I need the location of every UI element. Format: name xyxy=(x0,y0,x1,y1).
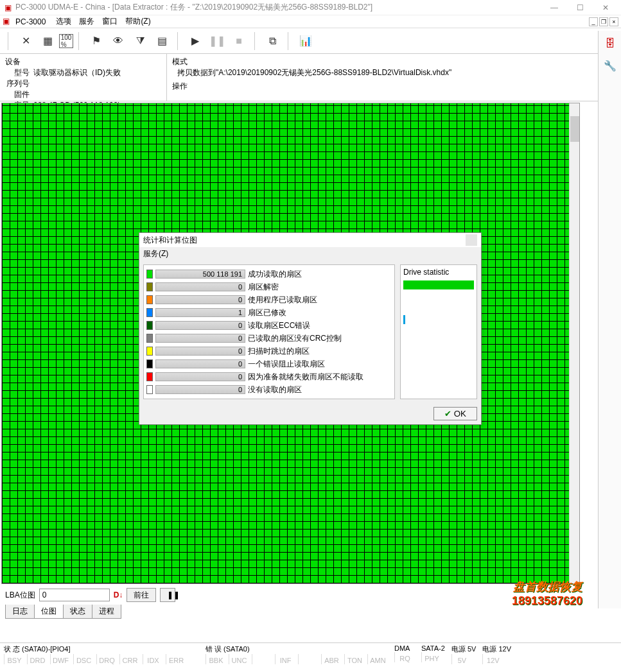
status-flag: 5V xyxy=(451,654,472,664)
stat-swatch xyxy=(146,308,153,317)
stat-label: 一个错误阻止读取扇区 xyxy=(248,359,325,370)
menu-help[interactable]: 帮助(Z) xyxy=(121,16,154,27)
tool-stop-icon[interactable]: ■ xyxy=(229,31,249,51)
dialog-menu-service[interactable]: 服务(Z) xyxy=(143,249,168,258)
mdi-minimize[interactable]: _ xyxy=(589,17,598,26)
stat-value: 0 xyxy=(155,321,245,330)
stat-label: 扇区已修改 xyxy=(248,307,286,318)
status-group6-header: 电源 12V xyxy=(482,644,511,654)
stat-swatch xyxy=(146,359,153,368)
app-icon-small: ▣ xyxy=(3,17,13,27)
drive-stat-label: Drive statistic xyxy=(403,268,474,277)
mdi-close[interactable]: × xyxy=(609,17,618,26)
device-header: 设备 xyxy=(5,56,161,67)
stat-value: 0 xyxy=(155,372,245,381)
lba-label: LBA位图 xyxy=(5,590,35,601)
status-flag: UNC xyxy=(229,654,249,664)
dialog-title: 统计和计算位图 xyxy=(143,235,197,246)
tool-chart-icon[interactable]: 📊 xyxy=(295,31,316,51)
drive-stat-bar-blue xyxy=(403,315,405,324)
tool-settings-icon[interactable]: ✕ xyxy=(15,31,36,51)
bottom-controls: LBA位图 D↓ 前往 ❚❚ xyxy=(0,585,581,605)
stats-dialog: 统计和计算位图 服务(Z) 500 118 191 成功读取的扇区 0 扇区解密… xyxy=(139,232,482,425)
close-button[interactable]: ✕ xyxy=(593,1,618,15)
firmware-label: 固件 xyxy=(5,89,30,100)
toolbar: ✕ ▦ 100% ⚑ 👁 ⧩ ▤ ▶ ❚❚ ■ ⧉ 📊 xyxy=(0,28,621,54)
stat-swatch xyxy=(146,334,153,343)
status-group2-header: 错 误 (SATA0) xyxy=(206,644,388,654)
lba-marker-icon[interactable]: D↓ xyxy=(114,590,123,599)
tab-log[interactable]: 日志 xyxy=(5,605,35,619)
model-label: 型号 xyxy=(5,67,30,78)
pause-button[interactable]: ❚❚ xyxy=(160,588,175,602)
stat-label: 扇区解密 xyxy=(248,282,279,293)
stat-swatch xyxy=(146,295,153,304)
stat-label: 成功读取的扇区 xyxy=(248,269,302,280)
tool-percent-icon[interactable]: 100% xyxy=(59,34,73,48)
op-header: 操作 xyxy=(172,81,616,92)
stat-swatch xyxy=(146,347,153,356)
stats-list: 500 118 191 成功读取的扇区 0 扇区解密 0 使用程序已读取扇区 1… xyxy=(143,264,395,399)
minimize-button[interactable]: — xyxy=(541,1,567,15)
tab-process[interactable]: 进程 xyxy=(92,605,121,619)
status-bar: 状 态 (SATA0)-[PIO4] BSYDRDDWFDSCDRQCRRIDX… xyxy=(0,642,621,672)
menu-window[interactable]: 窗口 xyxy=(98,16,121,27)
tool-calc-icon[interactable]: ▤ xyxy=(152,31,172,51)
status-group4-header: SATA-2 xyxy=(421,644,445,652)
stat-row: 0 扫描时跳过的扇区 xyxy=(146,345,392,358)
info-panel: 设备 型号读取驱动器标识（ID)失败 序列号 固件 容量238.47 GB (5… xyxy=(0,54,621,101)
bottom-tabs: 日志 位图 状态 进程 xyxy=(0,605,581,619)
tab-status[interactable]: 状态 xyxy=(63,605,92,619)
outer-title-text: PC-3000 UDMA-E - China - [Data Extractor… xyxy=(15,2,372,13)
tool-copy-icon[interactable]: ⧉ xyxy=(262,31,283,51)
menu-service[interactable]: 服务 xyxy=(75,16,98,27)
lba-input[interactable] xyxy=(39,589,110,601)
status-group1-header: 状 态 (SATA0)-[PIO4] xyxy=(4,644,186,654)
stat-swatch xyxy=(146,372,153,381)
stat-value: 0 xyxy=(155,295,245,304)
stat-label: 因为准备就绪失败而扇区不能读取 xyxy=(248,372,363,383)
tool-flag-icon[interactable]: ⚑ xyxy=(86,31,107,51)
stat-label: 读取扇区ECC错误 xyxy=(248,320,310,331)
status-flag: CRR xyxy=(119,654,140,664)
status-flag: 12V xyxy=(482,654,503,664)
tool-binoculars-icon[interactable]: 👁 xyxy=(108,31,128,51)
map-scrollbar[interactable] xyxy=(569,103,579,583)
stat-row: 0 读取扇区ECC错误 xyxy=(146,319,392,332)
tool-pause-icon[interactable]: ❚❚ xyxy=(207,31,227,51)
serial-label: 序列号 xyxy=(5,78,30,89)
status-flag: RQ xyxy=(394,652,415,662)
mode-value: 拷贝数据到"A:\2019\20190902无锡美光256G-88SS9189-… xyxy=(172,67,616,78)
right-sidebar: 🗄 🔧 xyxy=(598,31,621,608)
tool-filter-icon[interactable]: ⧩ xyxy=(130,31,150,51)
stat-row: 0 已读取的扇区没有CRC控制 xyxy=(146,332,392,345)
drive-statistic-panel: Drive statistic xyxy=(400,264,477,399)
stat-swatch xyxy=(146,385,153,394)
status-flag: ERR xyxy=(166,654,186,664)
status-flag: ABR xyxy=(321,654,342,664)
stat-value: 0 xyxy=(155,385,245,394)
tab-bitmap[interactable]: 位图 xyxy=(34,605,64,619)
status-flag: DRD xyxy=(27,654,48,664)
status-group3-header: DMA xyxy=(394,644,415,652)
stat-value: 0 xyxy=(155,359,245,368)
dialog-ok-button[interactable]: OK xyxy=(433,407,477,420)
dialog-close-button[interactable] xyxy=(466,234,477,246)
stat-row: 0 因为准备就绪失败而扇区不能读取 xyxy=(146,370,392,383)
app-name: PC-3000 xyxy=(15,17,46,26)
stat-swatch xyxy=(146,270,153,279)
tool-map-icon[interactable]: ▦ xyxy=(37,31,58,51)
status-flag: BSY xyxy=(4,654,24,664)
stat-row: 0 没有读取的扇区 xyxy=(146,383,392,396)
stat-swatch xyxy=(146,282,153,291)
tool-play-icon[interactable]: ▶ xyxy=(185,31,206,51)
maximize-button[interactable]: ☐ xyxy=(567,1,593,15)
mdi-restore[interactable]: ❐ xyxy=(599,17,608,26)
sidebar-drive-icon[interactable]: 🗄 xyxy=(601,35,619,53)
model-value: 读取驱动器标识（ID)失败 xyxy=(33,68,121,77)
status-flag: DRQ xyxy=(96,654,117,664)
go-button[interactable]: 前往 xyxy=(127,588,156,602)
status-flag: IDX xyxy=(143,654,163,664)
menu-options[interactable]: 选项 xyxy=(52,16,75,27)
sidebar-tool-icon[interactable]: 🔧 xyxy=(601,56,619,74)
